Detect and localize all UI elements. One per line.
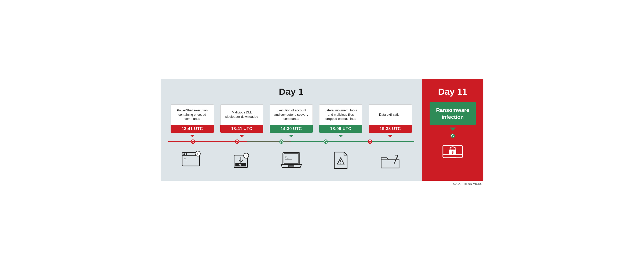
svg-text:DLL: DLL — [238, 164, 243, 166]
svg-point-8 — [281, 141, 283, 143]
pointer-1 — [190, 135, 195, 137]
icon-document-warning — [317, 150, 365, 171]
info-card-5: Data exfiltration — [369, 104, 412, 125]
pointer-4 — [338, 135, 343, 137]
card-badge-2: Malicious DLL sideloader downloaded 13:4… — [218, 104, 266, 133]
icon-data-exfiltration — [366, 150, 414, 171]
svg-text:!: ! — [246, 154, 247, 158]
svg-point-10 — [325, 141, 327, 143]
timestamp-5: 19:38 UTC — [369, 125, 412, 133]
info-card-4: Lateral movment, tools and malicious fil… — [319, 104, 362, 125]
icon-laptop-terminal: >_ — [267, 150, 315, 171]
ransomware-card: Ransomware infection — [430, 102, 476, 125]
event-2: Malicious DLL sideloader downloaded 13:4… — [218, 104, 266, 137]
info-card-text-1: PowerShell execution containing encoded … — [174, 108, 210, 122]
svg-rect-27 — [284, 154, 299, 163]
info-card-1: PowerShell execution containing encoded … — [171, 104, 214, 125]
info-card-2: Malicious DLL sideloader downloaded — [220, 104, 263, 125]
svg-text:$: $ — [452, 150, 454, 154]
card-badge-4: Lateral movment, tools and malicious fil… — [317, 104, 365, 133]
pointer-3 — [289, 135, 294, 137]
info-card-text-3: Execution of account and computer discov… — [274, 108, 309, 122]
outer-wrapper: Day 1 PowerShell execution containing en… — [161, 79, 483, 185]
card-badge-5: Data exfiltration 19:38 UTC — [366, 104, 414, 133]
svg-rect-26 — [283, 153, 300, 164]
event-4: Lateral movment, tools and malicious fil… — [317, 104, 365, 137]
svg-point-16 — [186, 153, 187, 155]
timestamp-4: 18:09 UTC — [319, 125, 362, 133]
pointer-5 — [388, 135, 393, 137]
svg-point-33 — [340, 163, 341, 163]
event-5: Data exfiltration 19:38 UTC — [366, 104, 414, 137]
card-badge-3: Execution of account and computer discov… — [267, 104, 315, 133]
svg-text:>_: >_ — [285, 155, 289, 159]
svg-text:!: ! — [197, 152, 198, 156]
event-3: Execution of account and computer discov… — [267, 104, 315, 137]
event-1: PowerShell execution containing encoded … — [168, 104, 216, 137]
timestamp-2: 13:41 UTC — [220, 125, 263, 133]
info-card-3: Execution of account and computer discov… — [270, 104, 313, 125]
ransomware-pointer — [450, 128, 456, 131]
icon-ransomware-lock: $ — [440, 141, 465, 162]
svg-point-15 — [183, 153, 185, 155]
main-container: Day 1 PowerShell execution containing en… — [161, 79, 483, 181]
icon-dll-download: DLL ! — [218, 150, 266, 171]
info-card-text-5: Data exfiltration — [379, 108, 401, 122]
svg-point-4 — [192, 141, 194, 143]
timeline-svg — [168, 138, 414, 146]
pointer-2 — [239, 135, 244, 137]
svg-point-12 — [369, 141, 371, 143]
timestamp-3: 14:30 UTC — [270, 125, 313, 133]
ransomware-label: Ransomware infection — [436, 107, 469, 120]
svg-text:>_: >_ — [184, 157, 188, 160]
svg-point-37 — [452, 135, 454, 137]
info-card-text-2: Malicious DLL sideloader downloaded — [224, 108, 259, 122]
day11-section: Day 11 Ransomware infection — [422, 79, 483, 181]
footer-copyright: ©2022 TREND MICRO — [161, 182, 483, 185]
info-card-text-4: Lateral movment, tools and malicious fil… — [323, 108, 358, 122]
svg-point-6 — [236, 141, 238, 143]
day1-title: Day 1 — [168, 87, 414, 97]
timestamp-1: 13:41 UTC — [171, 125, 214, 133]
copyright-text: ©2022 TREND MICRO — [453, 182, 482, 185]
svg-rect-30 — [288, 165, 294, 167]
icon-powershell: >_ ! — [168, 150, 216, 171]
day11-title: Day 11 — [438, 87, 467, 97]
day1-section: Day 1 PowerShell execution containing en… — [161, 79, 422, 181]
card-badge-1: PowerShell execution containing encoded … — [168, 104, 216, 133]
